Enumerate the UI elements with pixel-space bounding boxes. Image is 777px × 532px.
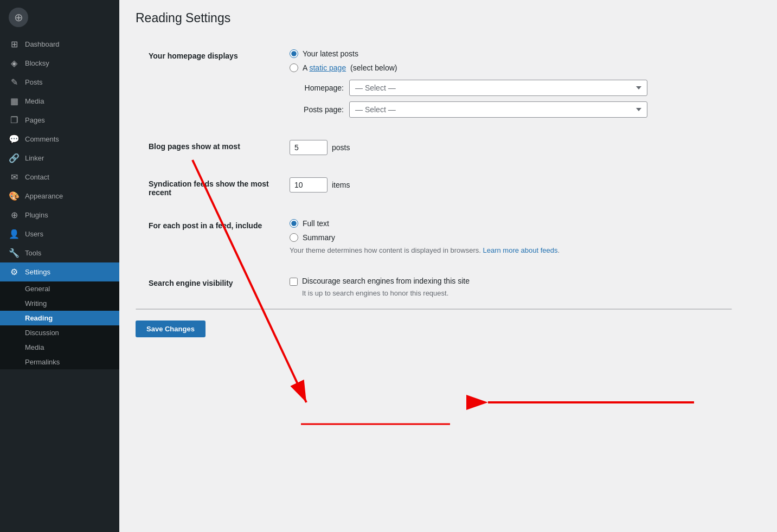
feed-include-field: Full text Summary Your theme determines … xyxy=(290,219,748,254)
comments-icon: 💬 xyxy=(9,134,20,144)
posts-page-select-row: Posts page: — Select — xyxy=(290,101,748,118)
posts-page-label: Posts page: xyxy=(290,105,344,114)
sidebar-item-settings[interactable]: ⚙ Settings General Writing Reading Discu… xyxy=(0,262,119,369)
latest-posts-radio[interactable] xyxy=(290,49,298,58)
blog-pages-input[interactable] xyxy=(290,140,328,155)
blog-pages-label: Blog pages show at most xyxy=(149,140,290,151)
syndication-label: Syndication feeds show the most recent xyxy=(149,177,290,197)
users-icon: 👤 xyxy=(9,229,20,239)
latest-posts-option[interactable]: Your latest posts xyxy=(290,49,748,58)
main-content: Reading Settings Your homepage displays … xyxy=(119,0,777,532)
syndication-row: Syndication feeds show the most recent i… xyxy=(136,166,761,208)
page-title: Reading Settings xyxy=(136,11,761,25)
reading-settings-form: Your homepage displays Your latest posts… xyxy=(136,39,761,337)
sidebar-menu: ⊞ Dashboard ◈ Blocksy ✎ Posts ▦ Media ❐ xyxy=(0,35,119,369)
search-visibility-checkbox-label: Discourage search engines from indexing … xyxy=(302,277,470,285)
sidebar-item-appearance[interactable]: 🎨 Appearance xyxy=(0,187,119,206)
sidebar-item-media[interactable]: ▦ Media xyxy=(0,92,119,111)
sidebar-item-contact[interactable]: ✉ Contact xyxy=(0,168,119,187)
blog-pages-field: posts xyxy=(290,140,748,155)
homepage-select-row: Homepage: — Select — xyxy=(290,80,748,96)
submenu-item-writing[interactable]: Writing xyxy=(0,296,119,311)
static-page-selects: Homepage: — Select — Posts page: — Selec… xyxy=(290,80,748,118)
syndication-unit: items xyxy=(332,181,350,189)
submenu-item-reading[interactable]: Reading xyxy=(0,311,119,325)
sidebar-item-plugins[interactable]: ⊕ Plugins xyxy=(0,206,119,225)
learn-more-link[interactable]: Learn more about feeds xyxy=(483,246,558,254)
blog-pages-unit: posts xyxy=(332,143,350,152)
syndication-input[interactable] xyxy=(290,177,328,193)
media-icon: ▦ xyxy=(9,96,20,106)
settings-icon: ⚙ xyxy=(9,267,20,277)
full-text-radio[interactable] xyxy=(290,219,298,228)
homepage-displays-label: Your homepage displays xyxy=(149,49,290,60)
sidebar: ⊕ ⊞ Dashboard ◈ Blocksy ✎ Posts ▦ Media xyxy=(0,0,119,532)
sidebar-item-posts[interactable]: ✎ Posts xyxy=(0,73,119,92)
posts-page-select[interactable]: — Select — xyxy=(349,101,647,118)
summary-radio[interactable] xyxy=(290,233,298,242)
search-visibility-note: It is up to search engines to honor this… xyxy=(302,289,748,297)
summary-option[interactable]: Summary xyxy=(290,233,748,242)
submenu-item-permalinks[interactable]: Permalinks xyxy=(0,355,119,369)
sidebar-item-comments[interactable]: 💬 Comments xyxy=(0,130,119,149)
sidebar-item-pages[interactable]: ❐ Pages xyxy=(0,111,119,130)
blog-pages-row: Blog pages show at most posts xyxy=(136,129,761,166)
contact-icon: ✉ xyxy=(9,172,20,182)
homepage-displays-row: Your homepage displays Your latest posts… xyxy=(136,39,761,129)
settings-table xyxy=(136,309,732,310)
homepage-select-label: Homepage: xyxy=(290,84,344,92)
homepage-select[interactable]: — Select — xyxy=(349,80,647,96)
search-visibility-checkbox-row: Discourage search engines from indexing … xyxy=(290,277,748,286)
posts-icon: ✎ xyxy=(9,77,20,87)
search-visibility-checkbox[interactable] xyxy=(290,278,298,286)
submenu-item-media[interactable]: Media xyxy=(0,340,119,355)
sidebar-item-dashboard[interactable]: ⊞ Dashboard xyxy=(0,35,119,54)
homepage-displays-field: Your latest posts A static page (select … xyxy=(290,49,748,118)
submenu-item-discussion[interactable]: Discussion xyxy=(0,325,119,340)
static-page-radio[interactable] xyxy=(290,63,298,72)
syndication-input-row: items xyxy=(290,177,748,193)
settings-submenu: General Writing Reading Discussion Media… xyxy=(0,281,119,369)
search-visibility-label: Search engine visibility xyxy=(149,277,290,287)
wp-icon: ⊕ xyxy=(9,8,28,27)
tools-icon: 🔧 xyxy=(9,248,20,258)
sidebar-item-tools[interactable]: 🔧 Tools xyxy=(0,243,119,262)
save-changes-button[interactable]: Save Changes xyxy=(136,321,206,337)
wp-logo: ⊕ xyxy=(0,0,119,35)
feed-radio-group: Full text Summary xyxy=(290,219,748,242)
sidebar-item-users[interactable]: 👤 Users xyxy=(0,225,119,243)
full-text-option[interactable]: Full text xyxy=(290,219,748,228)
search-visibility-row: Search engine visibility Discourage sear… xyxy=(136,266,761,309)
feed-include-label: For each post in a feed, include xyxy=(149,219,290,230)
search-visibility-field: Discourage search engines from indexing … xyxy=(290,277,748,297)
sidebar-item-blocksy[interactable]: ◈ Blocksy xyxy=(0,54,119,73)
static-page-link[interactable]: static page xyxy=(309,63,346,72)
homepage-radio-group: Your latest posts A static page (select … xyxy=(290,49,748,72)
blog-pages-input-row: posts xyxy=(290,140,748,155)
syndication-field: items xyxy=(290,177,748,193)
submenu-item-general[interactable]: General xyxy=(0,281,119,296)
pages-icon: ❐ xyxy=(9,115,20,125)
static-page-option[interactable]: A static page (select below) xyxy=(290,63,748,72)
feed-note: Your theme determines how content is dis… xyxy=(290,246,748,254)
appearance-icon: 🎨 xyxy=(9,191,20,201)
sidebar-item-linker[interactable]: 🔗 Linker xyxy=(0,149,119,168)
blocksy-icon: ◈ xyxy=(9,58,20,68)
feed-include-row: For each post in a feed, include Full te… xyxy=(136,208,761,266)
linker-icon: 🔗 xyxy=(9,153,20,163)
dashboard-icon: ⊞ xyxy=(9,39,20,49)
plugins-icon: ⊕ xyxy=(9,210,20,220)
